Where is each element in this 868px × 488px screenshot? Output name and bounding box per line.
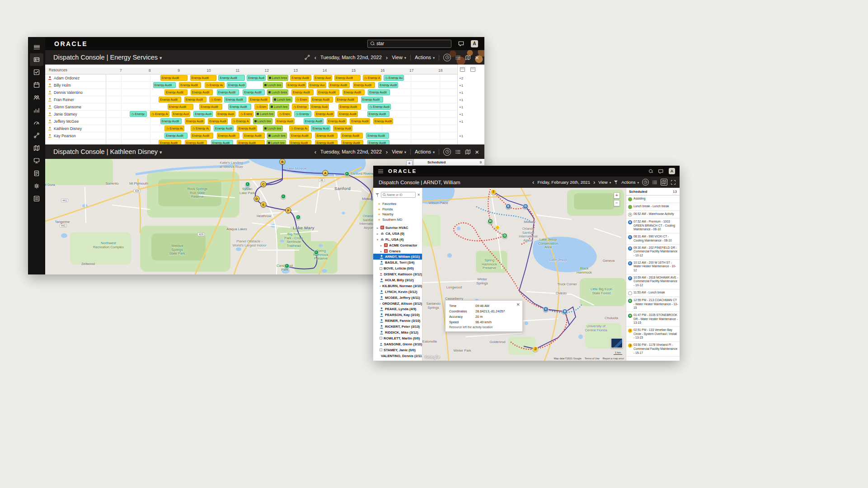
location-pin[interactable]	[296, 215, 301, 220]
tree-item[interactable]: DISNEY, Kathleen (3/12)	[373, 271, 422, 277]
activity-block[interactable]: ◷Energy Audit	[363, 75, 382, 81]
sidebar-item-console[interactable]	[30, 53, 43, 66]
tree-item[interactable]: ROWLETT, Martin (0/0)	[373, 335, 422, 341]
sidebar-item-field-service[interactable]	[30, 66, 43, 79]
next-day-button[interactable]	[593, 179, 595, 185]
date-label[interactable]: Tuesday, March 22nd, 2022	[320, 149, 382, 154]
activity-block[interactable]: Energy Audit	[214, 125, 234, 131]
prev-day-button[interactable]	[314, 149, 316, 155]
scheduled-item[interactable]: C08:31 AM - 990 VICKI CT - Cooling Maint…	[626, 233, 680, 244]
activity-block[interactable]: Energy Audit	[315, 140, 337, 144]
location-pin[interactable]	[281, 194, 286, 199]
activity-block[interactable]: ◷Energy Audit	[294, 111, 311, 117]
lunch-block[interactable]: Lunch break	[253, 118, 273, 124]
next-day-button[interactable]	[386, 55, 388, 60]
activity-marker[interactable]: E	[506, 204, 511, 209]
scheduled-item[interactable]: A06:52 AM - Warehouse Activity	[626, 211, 680, 218]
activity-marker[interactable]: B	[562, 309, 568, 314]
resource-name[interactable]: Kathleen Disney	[45, 125, 106, 132]
activity-block[interactable]: Energy Audit	[311, 125, 330, 131]
minimap-toggle[interactable]	[611, 338, 623, 348]
tree-item[interactable]: ARNDT, William (3/11)	[373, 254, 422, 260]
activity-block[interactable]: Energy Audit	[217, 133, 240, 139]
lunch-block[interactable]: Lunch break	[263, 82, 283, 88]
warning-marker[interactable]	[495, 225, 501, 231]
favorite-item[interactable]: ★Florida	[373, 207, 422, 212]
resource-name[interactable]: Adam Ordonez	[45, 74, 106, 81]
lunch-block[interactable]: Lunch break	[267, 140, 286, 144]
tree-item[interactable]: ORDONEZ, Allison (3/12)	[373, 301, 422, 307]
scheduled-item[interactable]: I02:51 PM - 133 Venetian Bay Circle - Sy…	[626, 327, 680, 342]
tree-item[interactable]: SANSONE, Glenn (3/10)	[373, 341, 422, 347]
sidebar-item-chart[interactable]	[30, 104, 43, 116]
sidebar-item-calendar[interactable]	[30, 79, 43, 91]
map-view-button[interactable]	[661, 179, 667, 186]
activity-marker[interactable]: I	[491, 189, 496, 195]
tree-item[interactable]: ▸CA, USA (0)	[373, 231, 422, 237]
location-pin[interactable]	[285, 264, 290, 269]
gantt-row[interactable]: Energy AuditEnergy AuditEnergy AuditEner…	[45, 139, 484, 144]
activity-block[interactable]: Energy Audit	[227, 82, 246, 88]
activity-block[interactable]: Energy Audit	[190, 75, 216, 81]
scheduled-item[interactable]: 11:53 AM - Lunch break	[626, 289, 680, 297]
activity-block[interactable]: Energy Audit	[193, 111, 213, 117]
activity-block[interactable]: Energy Audit	[291, 89, 314, 95]
favorite-item[interactable]: ★Favorites	[373, 201, 422, 207]
activity-block[interactable]: Energy Audit	[289, 140, 311, 144]
tree-item[interactable]: BASILE, Terri (3/4)	[373, 260, 422, 265]
sidebar-item-settings[interactable]	[30, 180, 43, 192]
activity-block[interactable]: Energy Audit	[343, 89, 365, 95]
activity-block[interactable]: Energy Audit	[335, 97, 357, 102]
sidebar-item-gauge[interactable]	[30, 116, 43, 129]
zoom-in-button[interactable]: +	[614, 192, 620, 199]
lunch-block[interactable]: Lunch break	[255, 111, 275, 117]
activity-block[interactable]: Energy Audit	[237, 140, 265, 144]
search-input[interactable]	[376, 41, 448, 46]
list-view-icon[interactable]	[455, 149, 461, 155]
report-error-link[interactable]: Report a map error	[603, 357, 624, 360]
sidebar-item-monitor[interactable]	[30, 154, 43, 167]
activity-block[interactable]: Energy Audit	[247, 75, 266, 81]
zoom-out-button[interactable]: −	[614, 200, 620, 206]
page-title-2[interactable]: Dispatch Console | Kathleen Disney	[53, 148, 162, 155]
resource-name[interactable]: Kay Pearson	[45, 132, 106, 139]
scheduled-item[interactable]: D09:30 AM - 202 PINEFIELD DR - Commercia…	[626, 245, 680, 260]
gantt-row[interactable]: Energy AuditEnergy Audit◷Energy AuditEne…	[45, 82, 484, 89]
filter-icon[interactable]	[614, 180, 618, 184]
chat-button[interactable]	[458, 40, 464, 47]
activity-marker[interactable]: G	[502, 233, 507, 238]
prev-day-button[interactable]	[532, 179, 534, 185]
resource-name[interactable]	[45, 139, 106, 144]
activity-block[interactable]: ◷Energy Audit	[295, 97, 309, 102]
avatar[interactable]: A	[471, 40, 478, 47]
scheduled-item[interactable]: H01:47 PM - 3105 STONEBROOK DR - Water H…	[626, 312, 680, 327]
tree-item[interactable]: ▸Cranes	[373, 248, 422, 254]
activity-block[interactable]: Energy Audit	[168, 104, 193, 110]
expand-icon[interactable]	[671, 180, 676, 185]
time-view-button[interactable]	[443, 148, 451, 156]
activity-block[interactable]: ◷Energy Audit	[231, 118, 251, 124]
tree-item[interactable]: LYNCH, Kevin (3/12)	[373, 289, 422, 295]
global-search[interactable]	[367, 40, 451, 48]
gantt-row[interactable]: Energy AuditEnergy Audit◷Energy AuditEne…	[45, 96, 484, 103]
time-view-button[interactable]	[642, 179, 649, 186]
close-view-button[interactable]	[475, 54, 479, 61]
activity-marker[interactable]: D	[254, 196, 260, 202]
list-view-icon[interactable]	[455, 55, 461, 60]
location-pin[interactable]	[245, 182, 250, 187]
activity-block[interactable]: Energy Audit	[184, 97, 206, 102]
gantt-row[interactable]: ◷Energy Audit◷Energy AuditEnergy AuditEn…	[45, 125, 484, 132]
activity-block[interactable]: Energy Audit	[164, 133, 188, 139]
activity-block[interactable]: Energy Audit	[315, 133, 337, 139]
tree-item[interactable]: ▾FL, USA (4)	[373, 237, 422, 242]
activity-block[interactable]: ◷Energy Audit	[164, 125, 184, 131]
activity-block[interactable]: Energy Audit	[310, 104, 329, 110]
scheduled-item[interactable]: E10:12 AM - 200 W 16TH ST - Water Heater…	[626, 260, 680, 274]
scheduled-item[interactable]: J03:50 PM - 1178 Vineland Pl - Commercia…	[626, 342, 680, 357]
activity-block[interactable]: Energy Audit	[237, 125, 257, 131]
activity-block[interactable]: Energy Audit	[367, 111, 389, 117]
scheduled-item[interactable]: G12:55 PM - 213 COACHMAN CT - Water Heat…	[626, 297, 680, 312]
activity-block[interactable]: Energy Audit	[211, 140, 233, 144]
route-icon[interactable]	[304, 54, 310, 60]
activity-block[interactable]: ◷Energy Audit	[289, 125, 309, 131]
